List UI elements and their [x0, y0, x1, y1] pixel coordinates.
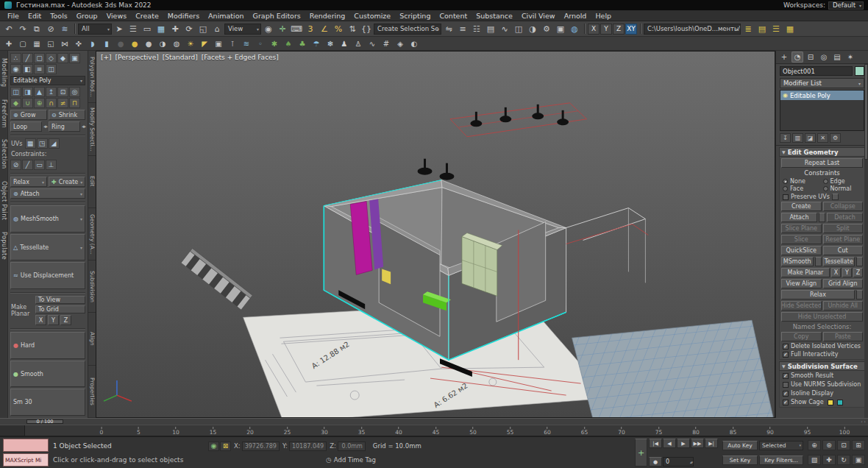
ribbon-tab-object-paint[interactable]: Object Paint — [1, 181, 7, 220]
constraint-edge-radio[interactable]: Edge — [823, 178, 862, 185]
make-planar-button[interactable]: Make Planar — [781, 268, 830, 277]
constraint-none-radio[interactable]: None — [783, 178, 822, 185]
set-keys-button[interactable]: + — [635, 439, 647, 467]
pin-stack-icon[interactable]: ↧ — [780, 133, 791, 143]
project-folder-dropdown[interactable]: C:\Users\loush\OneD...менты\3ds Max 2022 — [644, 24, 741, 35]
tessellate-settings-button[interactable] — [856, 257, 863, 266]
tree-icon[interactable]: ♠ — [282, 38, 295, 49]
mirror-icon[interactable]: ⇋ — [442, 23, 455, 35]
target-weld-icon[interactable]: ⊕ — [34, 98, 45, 108]
msmooth-button[interactable]: MSmooth — [781, 257, 814, 266]
detach-button[interactable]: Detach — [827, 213, 863, 222]
chamfer-icon[interactable]: ◆ — [10, 98, 21, 108]
isolate-selection-toggle-icon[interactable]: ◉ — [208, 442, 219, 451]
editable-poly-dropdown[interactable]: Editable Poly▾ — [10, 76, 85, 85]
play-button[interactable]: ▶ — [677, 439, 690, 448]
create-button[interactable]: Create — [781, 202, 822, 211]
vertex-subobject-icon[interactable]: ∴ — [10, 53, 21, 63]
orbit-icon[interactable]: ↻ — [837, 455, 850, 465]
measure-icon[interactable]: # — [380, 38, 393, 49]
menu-customize[interactable]: Customize — [349, 12, 395, 20]
edit-named-selection-sets-icon[interactable]: {} — [360, 23, 373, 35]
menu-group[interactable]: Group — [72, 12, 102, 20]
attach-button[interactable]: Attach — [781, 213, 817, 222]
menu-file[interactable]: File — [3, 12, 24, 20]
uvw-map-icon[interactable]: ◳ — [37, 138, 48, 149]
viewport-shading-menu[interactable]: [Facets + Edged Faces] — [202, 54, 279, 61]
redo-icon[interactable]: ↷ — [16, 23, 29, 35]
x-button[interactable]: X — [831, 268, 841, 277]
polygon-subobject-icon[interactable]: ◇ — [46, 53, 57, 63]
connect-icon[interactable]: ≠ — [57, 98, 68, 108]
grow-button[interactable]: ⊕Grow — [10, 110, 47, 120]
auto-key-button[interactable]: Auto Key — [722, 441, 758, 450]
coordinate-x-field[interactable]: 39726.789 — [242, 442, 280, 451]
align-icon[interactable]: ≡ — [456, 23, 469, 35]
constrain-face-icon[interactable]: ▭ — [34, 160, 45, 170]
utilities-tab[interactable]: ✶ — [844, 52, 856, 63]
ribbon-tab-modeling[interactable]: Modeling — [1, 58, 7, 88]
pan-icon[interactable]: ✚ — [822, 455, 836, 465]
select-and-manipulate-icon[interactable]: ✛ — [276, 23, 289, 35]
next-frame-button[interactable]: ▶▶ — [691, 439, 704, 448]
object-level-icon[interactable]: ▣ — [69, 53, 80, 63]
window-crossing-icon[interactable]: ▦ — [154, 23, 168, 35]
cap-icon[interactable]: ⊓ — [69, 98, 80, 108]
outline-icon[interactable]: ◎ — [69, 87, 80, 97]
to-grid-button[interactable]: To Grid — [35, 305, 85, 313]
spinner-snap-toggle-icon[interactable]: ⇅ — [346, 23, 359, 35]
modifier-icon[interactable]: ◫ — [46, 64, 57, 74]
loop-button[interactable]: Loop — [10, 121, 42, 132]
menu-rendering[interactable]: Rendering — [305, 12, 350, 20]
rectangular-selection-region-icon[interactable]: ▭ — [140, 23, 154, 35]
unlink-selection-icon[interactable]: ⊘ — [44, 23, 57, 35]
rain-icon[interactable]: ☂ — [310, 38, 323, 49]
isoline-display-checkbox[interactable]: Isoline Display — [781, 390, 863, 397]
exposure-icon[interactable]: ◐ — [408, 38, 421, 49]
quickslice-button[interactable]: QuickSlice — [781, 246, 822, 255]
sunlight-icon[interactable]: ☀ — [184, 38, 197, 49]
menu-create[interactable]: Create — [131, 12, 163, 20]
menu-substance[interactable]: Substance — [472, 12, 517, 20]
object-name-field[interactable]: Object001 — [780, 66, 853, 76]
delete-isolated-vertices-checkbox[interactable]: Delete Isolated Vertices — [781, 343, 863, 350]
axis-constraint-xy-button[interactable]: XY — [625, 24, 637, 35]
maxscript-mini-listener[interactable]: MAXScript Mi — [3, 439, 49, 467]
key-mode-toggle-button[interactable]: ● — [649, 457, 662, 467]
make-unique-icon[interactable]: ◪ — [805, 133, 816, 143]
view-align-button[interactable]: View Align — [781, 279, 822, 288]
undo-icon[interactable]: ↶ — [2, 23, 15, 35]
ring-spinner[interactable]: ◂▸ — [82, 124, 85, 130]
time-slider[interactable]: 0 / 100 ‹ › — [0, 418, 868, 425]
tessellate-dropdown[interactable]: △Tessellate▾ — [10, 234, 85, 261]
workspace-dropdown[interactable]: Default — [828, 1, 864, 10]
smooth-edges-button[interactable]: ●Smooth — [10, 361, 85, 388]
motion-tab[interactable]: ◎ — [818, 52, 830, 63]
grid-helper-icon[interactable]: ▦ — [30, 38, 43, 49]
viewport-general-menu[interactable]: [+] — [101, 54, 112, 61]
menu-modifiers[interactable]: Modifiers — [163, 12, 204, 20]
ribbon-section-edit[interactable]: Edit — [88, 156, 96, 208]
ribbon-section-align[interactable]: Align — [88, 313, 96, 365]
slice-plane-button[interactable]: Slice Plane — [781, 224, 822, 233]
zoom-extents-icon[interactable]: ⊡ — [837, 440, 850, 450]
select-object-icon[interactable]: ➤ — [113, 23, 126, 35]
selection-filter-dropdown[interactable]: All — [78, 24, 112, 35]
hierarchy-tab[interactable]: ⊟ — [805, 52, 817, 63]
viewport-renderer-menu[interactable]: [Standard] — [163, 54, 198, 61]
curve-editor-icon[interactable]: ∿ — [498, 23, 511, 35]
attach-dropdown[interactable]: ⊛Attach▾ — [10, 188, 85, 199]
make-planar-z-button[interactable]: Z — [60, 315, 71, 325]
display-tab[interactable]: ▤ — [831, 52, 843, 63]
axis-constraint-x-button[interactable]: X — [588, 24, 600, 35]
percent-snap-toggle-icon[interactable]: % — [332, 23, 345, 35]
pivot-icon[interactable]: ◉ — [10, 64, 21, 74]
ring-button[interactable]: Ring — [49, 121, 80, 132]
command-panel-scrollbar[interactable] — [864, 64, 868, 418]
current-frame-field[interactable]: 0 — [663, 457, 694, 467]
sphere-dark-icon[interactable]: ● — [114, 38, 127, 49]
copy-button[interactable]: Copy — [781, 332, 822, 341]
axis-constraint-y-button[interactable]: Y — [600, 24, 612, 35]
hide-unselected-button[interactable]: Hide Unselected — [781, 312, 863, 322]
sphere-yellow-icon[interactable]: ● — [128, 38, 141, 49]
